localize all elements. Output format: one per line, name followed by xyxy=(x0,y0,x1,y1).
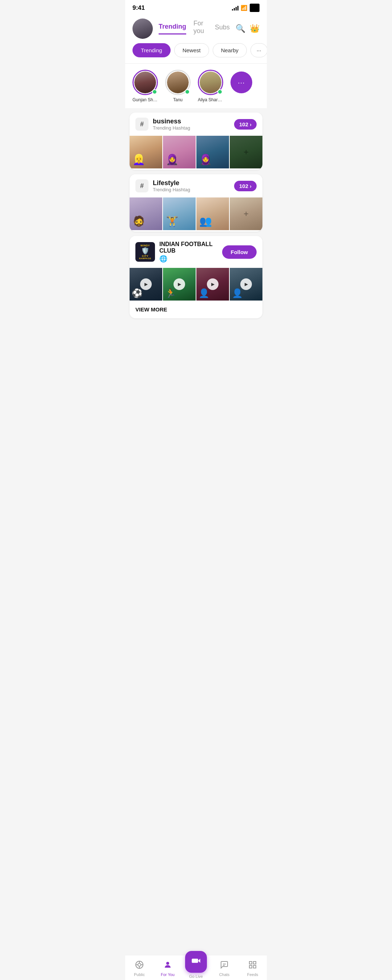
tab-for-you[interactable]: For you xyxy=(193,20,208,38)
more-icon: ··· xyxy=(238,78,245,87)
grid-image[interactable]: 👱‍♀️ xyxy=(129,136,162,169)
tab-trending[interactable]: Trending xyxy=(159,23,186,35)
avatar[interactable] xyxy=(132,19,153,39)
hashtag-info: Lifestyle Trending Hashtag xyxy=(153,179,230,192)
play-button[interactable]: ▶ xyxy=(207,278,218,290)
story-more[interactable]: ··· xyxy=(231,70,252,102)
nav-icons: 🔍 👑 xyxy=(236,24,260,33)
crown-icon[interactable]: 👑 xyxy=(250,24,260,33)
wifi-icon: 📶 xyxy=(241,5,247,11)
play-button[interactable]: ▶ xyxy=(174,278,185,290)
content-section: # business Trending Hashtag 102 › 👱‍♀️ xyxy=(125,108,267,327)
video-thumb[interactable]: 👤 ▶ xyxy=(230,268,263,301)
stories-section: Gunjan Sharma Tanu xyxy=(125,64,267,108)
image-thumbnail: + xyxy=(230,136,263,169)
hashtag-count: 102 xyxy=(239,121,248,127)
hash-icon: # xyxy=(135,179,148,192)
grid-image[interactable]: + xyxy=(230,136,263,169)
online-indicator xyxy=(152,89,157,94)
hashtag-subtitle: Trending Hashtag xyxy=(153,187,230,192)
tab-subs[interactable]: Subs xyxy=(215,24,230,34)
story-name: Tanu xyxy=(173,97,183,102)
view-more-button[interactable]: VIEW MORE xyxy=(129,302,263,318)
story-name: Aliya Sharma xyxy=(198,97,223,102)
header: Trending For you Subs 🔍 👑 xyxy=(125,15,267,39)
image-thumbnail: 🧕 xyxy=(163,136,196,169)
logo-shield-icon: 🛡️ xyxy=(141,247,149,255)
battery-icon xyxy=(250,4,260,12)
grid-image[interactable]: 🧕 xyxy=(196,136,229,169)
hashtag-card-lifestyle: # Lifestyle Trending Hashtag 102 › 🧔 xyxy=(129,174,263,232)
status-time: 9:41 xyxy=(132,4,145,12)
nav-tabs: Trending For you Subs xyxy=(159,20,230,38)
hashtag-image-grid: 🧔 🏋️ 👥 + xyxy=(129,197,263,232)
grid-image[interactable]: 🏋️ xyxy=(163,197,196,230)
hashtag-header: # business Trending Hashtag 102 › xyxy=(129,113,263,136)
image-thumbnail: 🏋️ xyxy=(163,197,196,230)
story-name: Gunjan Sharma xyxy=(132,97,158,102)
hashtag-name: Lifestyle xyxy=(153,179,230,187)
club-info: INDIAN FOOTBALL CLUB 🌐 xyxy=(159,241,218,263)
grid-image[interactable]: 👥 xyxy=(196,197,229,230)
hash-icon: # xyxy=(135,118,148,130)
filter-more[interactable]: ··· xyxy=(250,43,267,57)
status-icons: 📶 xyxy=(232,4,260,12)
chevron-right-icon: › xyxy=(250,183,252,189)
more-stories-button[interactable]: ··· xyxy=(231,72,252,93)
video-thumb[interactable]: 🏃 ▶ xyxy=(163,268,196,301)
hashtag-name: business xyxy=(153,118,230,125)
globe-icon: 🌐 xyxy=(159,255,218,263)
grid-image[interactable]: + xyxy=(230,197,263,230)
play-button[interactable]: ▶ xyxy=(240,278,252,290)
filter-nearby[interactable]: Nearby xyxy=(213,43,247,57)
filter-newest[interactable]: Newest xyxy=(174,43,209,57)
image-thumbnail: 👥 xyxy=(196,197,229,230)
image-thumbnail: 🧔 xyxy=(129,197,162,230)
hashtag-header: # Lifestyle Trending Hashtag 102 › xyxy=(129,174,263,197)
logo-text-rampage: RAMPAGE xyxy=(139,257,151,259)
play-button[interactable]: ▶ xyxy=(140,278,152,290)
hashtag-count-badge[interactable]: 102 › xyxy=(234,119,257,130)
logo-text-top: WINDY xyxy=(140,244,150,247)
club-card: WINDY 🛡️ city RAMPAGE INDIAN FOOTBALL CL… xyxy=(129,236,263,318)
hashtag-subtitle: Trending Hashtag xyxy=(153,125,230,130)
image-thumbnail: 👱‍♀️ xyxy=(129,136,162,169)
story-item-gunjan[interactable]: Gunjan Sharma xyxy=(132,70,158,102)
hashtag-count: 102 xyxy=(239,183,248,189)
grid-image[interactable]: 🧕 xyxy=(163,136,196,169)
grid-image[interactable]: 🧔 xyxy=(129,197,162,230)
club-header: WINDY 🛡️ city RAMPAGE INDIAN FOOTBALL CL… xyxy=(129,236,263,268)
story-item-aliya[interactable]: Aliya Sharma xyxy=(198,70,223,102)
chevron-right-icon: › xyxy=(250,121,252,127)
online-indicator xyxy=(217,89,223,94)
hashtag-card-business: # business Trending Hashtag 102 › 👱‍♀️ xyxy=(129,113,263,170)
hashtag-count-badge[interactable]: 102 › xyxy=(234,181,257,191)
hashtag-info: business Trending Hashtag xyxy=(153,118,230,130)
filter-bar: Trending Newest Nearby ··· xyxy=(125,39,267,63)
follow-button[interactable]: Follow xyxy=(222,245,257,259)
signal-icon xyxy=(232,5,239,11)
image-thumbnail: 🧕 xyxy=(196,136,229,169)
online-indicator xyxy=(185,89,190,94)
club-name: INDIAN FOOTBALL CLUB xyxy=(159,241,218,254)
filter-trending[interactable]: Trending xyxy=(132,43,171,57)
video-thumb[interactable]: 👤 ▶ xyxy=(196,268,229,301)
story-item-tanu[interactable]: Tanu xyxy=(165,70,191,102)
video-thumb[interactable]: ⚽ ▶ xyxy=(129,268,162,301)
hashtag-image-grid: 👱‍♀️ 🧕 🧕 + xyxy=(129,136,263,170)
video-grid: ⚽ ▶ 🏃 ▶ 👤 ▶ xyxy=(129,268,263,302)
search-icon[interactable]: 🔍 xyxy=(236,24,245,33)
image-thumbnail: + xyxy=(230,197,263,230)
club-logo: WINDY 🛡️ city RAMPAGE xyxy=(135,242,155,262)
status-bar: 9:41 📶 xyxy=(125,0,267,15)
logo-text-city: city xyxy=(142,255,148,257)
